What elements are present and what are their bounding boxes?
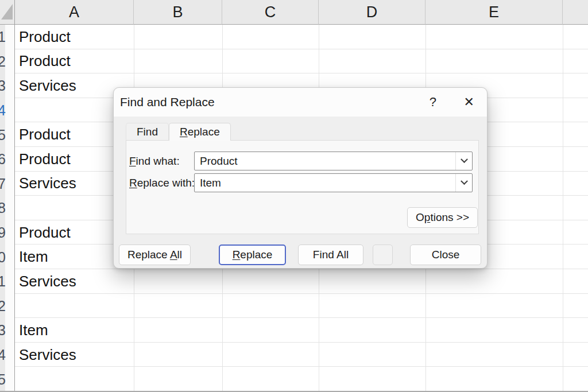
row-header[interactable]: 2 <box>0 49 14 74</box>
row-header[interactable]: 7 <box>0 172 14 196</box>
close-icon[interactable]: ✕ <box>464 88 474 117</box>
row-header[interactable]: 10 <box>0 244 14 269</box>
row-header[interactable]: 9 <box>0 220 14 245</box>
column-header-e[interactable]: E <box>425 0 563 25</box>
replace-tab-panel: Find what: Product Replace with: Item Op… <box>126 140 479 234</box>
find-what-combobox[interactable]: Product <box>194 152 473 170</box>
chevron-down-icon <box>461 177 468 185</box>
replace-with-value[interactable]: Item <box>200 174 454 192</box>
close-button[interactable]: Close <box>410 244 481 265</box>
row-header[interactable]: 12 <box>0 294 14 319</box>
column-header-row: A B C D E <box>0 0 588 25</box>
find-what-label: Find what: <box>129 152 180 170</box>
find-and-replace-dialog: Find and Replace ? ✕ Find Replace Find w… <box>113 87 488 269</box>
dialog-tabs: Find Replace <box>126 123 231 140</box>
cell-a2[interactable]: Product <box>15 49 134 74</box>
chevron-down-icon <box>461 156 468 163</box>
find-all-button[interactable]: Find All <box>298 244 363 265</box>
column-header-c[interactable]: C <box>222 0 319 25</box>
row-header-active[interactable]: 4 <box>0 98 14 123</box>
row-header[interactable]: 3 <box>0 73 14 98</box>
cell-a11[interactable]: Services <box>15 269 134 294</box>
cell-a14[interactable]: Services <box>15 343 134 367</box>
row-header-column: 1 2 3 4 5 6 7 8 9 10 11 12 13 14 15 <box>0 25 15 392</box>
tab-replace-label: Replace <box>180 126 220 138</box>
replace-with-label: Replace with: <box>129 173 195 192</box>
row-header[interactable]: 1 <box>0 25 14 49</box>
row-header[interactable]: 11 <box>0 269 14 294</box>
column-header-f[interactable] <box>563 0 588 25</box>
tab-find-label: Find <box>137 126 158 138</box>
find-what-value[interactable]: Product <box>200 152 454 170</box>
dialog-titlebar[interactable]: Find and Replace ? ✕ <box>114 88 487 117</box>
replace-with-dropdown-button[interactable] <box>455 174 472 192</box>
column-header-d[interactable]: D <box>319 0 425 25</box>
row-header[interactable]: 6 <box>0 147 14 172</box>
column-header-b[interactable]: B <box>134 0 222 25</box>
spreadsheet: A B C D E 1 2 3 4 5 6 7 8 9 10 11 12 13 … <box>0 0 588 392</box>
cell-a13[interactable]: Item <box>15 318 134 343</box>
dialog-title: Find and Replace <box>120 88 215 117</box>
replace-all-button[interactable]: Replace All <box>119 244 191 265</box>
cell-a1[interactable]: Product <box>15 25 134 49</box>
options-button[interactable]: Options >> <box>407 207 478 228</box>
select-all-triangle-icon <box>1 4 13 20</box>
replace-with-combobox[interactable]: Item <box>194 173 473 192</box>
help-icon[interactable]: ? <box>430 88 436 117</box>
row-header[interactable]: 5 <box>0 122 14 147</box>
row-header[interactable]: 13 <box>0 318 14 343</box>
row-header[interactable]: 15 <box>0 367 14 391</box>
gridline <box>563 25 563 392</box>
cell-a15[interactable] <box>15 367 134 391</box>
select-all-button[interactable] <box>0 0 15 25</box>
tab-replace[interactable]: Replace <box>169 123 231 141</box>
row-header[interactable]: 8 <box>0 196 14 220</box>
find-what-dropdown-button[interactable] <box>455 152 472 170</box>
tab-find[interactable]: Find <box>126 123 169 140</box>
blank-button[interactable] <box>373 244 393 265</box>
replace-button[interactable]: Replace <box>219 244 286 265</box>
cell-a12[interactable] <box>15 294 134 319</box>
row-header[interactable]: 14 <box>0 343 14 367</box>
column-header-a[interactable]: A <box>15 0 134 25</box>
